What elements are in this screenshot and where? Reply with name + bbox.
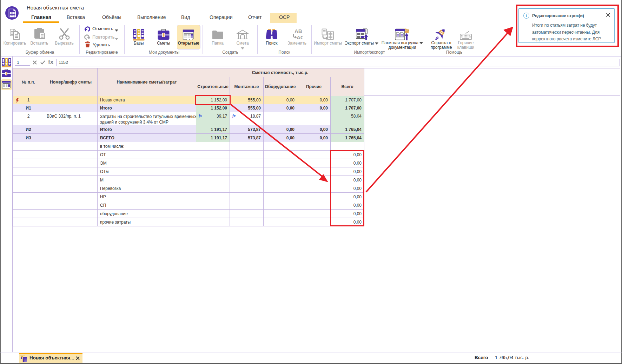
svg-text:AB: AB: [295, 28, 302, 34]
svg-text:AC: AC: [297, 34, 303, 40]
